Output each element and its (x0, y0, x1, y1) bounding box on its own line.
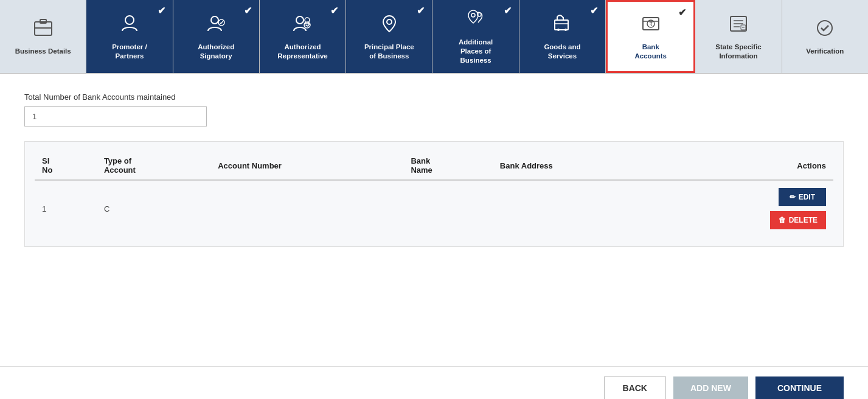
tab-bank-accounts[interactable]: ✔ ₹ BankAccounts (606, 0, 695, 73)
goods-services-check: ✔ (590, 5, 598, 16)
tab-state-specific[interactable]: State SpecificInformation (695, 0, 782, 73)
tab-auth-rep-label: AuthorizedRepresentative (277, 43, 327, 61)
additional-places-icon (465, 8, 487, 33)
tab-promoter-partners[interactable]: ✔ Promoter /Partners (86, 0, 173, 73)
tab-goods-services[interactable]: ✔ Goods andServices (519, 0, 606, 73)
principal-place-check: ✔ (417, 5, 425, 16)
col-account-number: Account Number (210, 151, 403, 180)
col-type-of-account: Type ofAccount (97, 151, 210, 180)
tab-state-specific-label: State SpecificInformation (715, 43, 761, 61)
svg-point-3 (125, 16, 134, 24)
verification-icon (814, 17, 836, 42)
svg-point-26 (818, 21, 832, 35)
main-content: Total Number of Bank Accounts maintained… (0, 74, 868, 366)
tab-business-details-label: Business Details (15, 47, 71, 56)
promoter-partners-icon (119, 13, 141, 38)
tab-verification[interactable]: Verification (782, 0, 868, 73)
svg-rect-12 (555, 20, 568, 30)
back-button[interactable]: BACK (604, 376, 666, 399)
tab-business-details[interactable]: Business Details (0, 0, 86, 73)
table-row: 1 C ✏ EDIT 🗑 DELETE (35, 180, 833, 237)
promoter-partners-check: ✔ (158, 5, 165, 16)
state-specific-icon (727, 13, 749, 38)
svg-point-10 (471, 13, 475, 17)
cell-bank-address (493, 180, 659, 237)
auth-rep-check: ✔ (330, 5, 338, 16)
cell-type-of-account: C (97, 180, 210, 237)
additional-places-check: ✔ (504, 5, 512, 16)
tab-authorized-signatory[interactable]: ✔ AuthorizedSignatory (173, 0, 260, 73)
edit-button[interactable]: ✏ EDIT (779, 188, 826, 206)
bank-accounts-table: SlNo Type ofAccount Account Number BankN… (35, 151, 833, 237)
tab-auth-signatory-label: AuthorizedSignatory (198, 43, 234, 61)
total-accounts-input[interactable] (24, 106, 207, 127)
navigation-tabs: Business Details ✔ Promoter /Partners ✔ … (0, 0, 868, 74)
bank-accounts-icon: ₹ (640, 13, 662, 38)
svg-point-14 (564, 29, 567, 31)
cell-bank-name (403, 180, 492, 237)
tab-principal-place-label: Principal Placeof Business (364, 43, 414, 61)
cell-sl-no: 1 (35, 180, 97, 237)
add-new-button[interactable]: ADD NEW (673, 376, 748, 399)
auth-signatory-icon (205, 13, 227, 38)
svg-point-6 (296, 16, 304, 24)
tab-additional-places[interactable]: ✔ AdditionalPlaces ofBusiness (432, 0, 519, 73)
auth-rep-icon (292, 13, 314, 38)
goods-services-icon (551, 13, 573, 38)
tab-promoter-partners-label: Promoter /Partners (112, 43, 147, 61)
tab-goods-services-label: Goods andServices (544, 43, 580, 61)
principal-place-icon (378, 13, 400, 38)
delete-button[interactable]: 🗑 DELETE (770, 211, 826, 229)
cell-account-number (210, 180, 403, 237)
col-bank-name: BankName (403, 151, 492, 180)
actions-wrapper: ✏ EDIT 🗑 DELETE (666, 188, 826, 229)
business-details-icon (32, 17, 54, 42)
col-bank-address: Bank Address (493, 151, 659, 180)
bank-accounts-table-container: SlNo Type ofAccount Account Number BankN… (24, 141, 844, 247)
delete-icon: 🗑 (779, 216, 786, 224)
svg-point-9 (387, 19, 392, 24)
cell-actions: ✏ EDIT 🗑 DELETE (659, 180, 833, 237)
tab-bank-accounts-label: BankAccounts (635, 43, 667, 61)
tab-verification-label: Verification (806, 47, 844, 56)
tab-additional-places-label: AdditionalPlaces ofBusiness (459, 38, 493, 65)
auth-signatory-check: ✔ (244, 5, 252, 16)
col-sl-no: SlNo (35, 151, 97, 180)
svg-point-4 (211, 16, 218, 24)
svg-point-13 (557, 29, 560, 31)
tab-authorized-representative[interactable]: ✔ AuthorizedRepresentative (260, 0, 346, 73)
bank-accounts-check: ✔ (678, 7, 686, 18)
tab-principal-place[interactable]: ✔ Principal Placeof Business (346, 0, 432, 73)
continue-button[interactable]: CONTINUE (755, 376, 844, 399)
footer-bar: BACK ADD NEW CONTINUE (0, 366, 868, 399)
col-actions: Actions (659, 151, 833, 180)
edit-icon: ✏ (790, 193, 796, 201)
total-accounts-label: Total Number of Bank Accounts maintained (24, 92, 844, 102)
